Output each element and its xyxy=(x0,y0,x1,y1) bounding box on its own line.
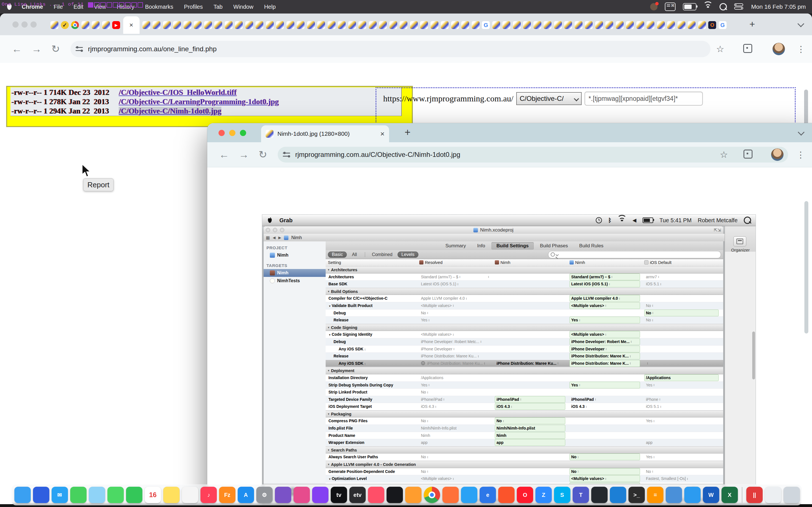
setting-row[interactable]: Wrapper Extensionappappapp xyxy=(326,439,723,446)
browser-tab[interactable] xyxy=(244,17,255,34)
setting-value-def[interactable]: Fastest, Smallest [-Os]↕ xyxy=(646,476,688,482)
browser-tab[interactable] xyxy=(450,17,460,34)
inner-url-text[interactable]: rjmprogramming.com.au/C/Objective-C/Nimh… xyxy=(295,151,460,159)
browser-tab[interactable] xyxy=(357,17,368,34)
dock-item-notes[interactable] xyxy=(163,487,180,503)
stepper-icon[interactable]: ↕ xyxy=(585,405,587,408)
stepper-icon[interactable]: ↕ xyxy=(658,275,659,278)
setting-value-res[interactable]: No↕ xyxy=(421,310,428,316)
section-header[interactable]: ▼Search Paths xyxy=(326,446,723,454)
outer-url-text[interactable]: rjmprogramming.com.au/one_line_find.php xyxy=(88,45,216,53)
spotlight-icon[interactable] xyxy=(719,3,727,10)
setting-value-def[interactable]: No↕ xyxy=(646,317,653,323)
browser-tab[interactable] xyxy=(440,17,450,34)
setting-value-def[interactable]: No↕ xyxy=(646,303,653,308)
setting-row[interactable]: iOS Deployment TargetiOS 4.3↕iOS 4.3↕iOS… xyxy=(326,403,723,410)
battery-icon[interactable] xyxy=(683,3,696,10)
browser-tab[interactable] xyxy=(615,17,625,34)
browser-tab[interactable] xyxy=(254,17,265,34)
setting-row[interactable]: Product NameNimhNimh xyxy=(326,432,723,439)
setting-value-def[interactable]: No↕ xyxy=(646,469,653,474)
setting-value-res[interactable]: No↕ xyxy=(421,418,428,424)
extensions-icon[interactable] xyxy=(743,44,752,54)
setting-row[interactable]: ReleaseYes↕Yes↕No↕ xyxy=(326,317,723,324)
stepper-icon[interactable]: ↕ xyxy=(647,362,649,365)
setting-row[interactable]: Compiler for C/C++/Objective-CApple LLVM… xyxy=(326,295,723,302)
dock-item-github[interactable] xyxy=(591,487,608,503)
menu-kebab-icon[interactable]: ⋮ xyxy=(797,150,805,160)
browser-tab[interactable] xyxy=(419,17,429,34)
dock-item-chrome[interactable] xyxy=(424,487,440,503)
stepper-icon[interactable]: ↕ xyxy=(660,405,662,408)
setting-value-tgt[interactable]: app xyxy=(497,440,504,445)
setting-value-res[interactable]: Yes↕ xyxy=(421,317,430,323)
setting-value-def[interactable]: Yes↕ xyxy=(646,454,655,460)
browser-tab[interactable] xyxy=(398,17,409,34)
stepper-icon[interactable]: ↕ xyxy=(435,405,437,408)
dock-item-edge[interactable]: e xyxy=(479,487,496,503)
dock-item-messages[interactable] xyxy=(107,487,124,503)
browser-tab[interactable] xyxy=(429,17,440,34)
setting-row[interactable]: Targeted Device FamilyiPhone/iPad↕iPhone… xyxy=(326,396,723,403)
setting-row[interactable]: Compress PNG FilesNo↕No↕Yes↕ xyxy=(326,417,723,425)
setting-value-proj[interactable]: iPhone Distribution: Maree K...↕ xyxy=(571,353,631,359)
stepper-icon[interactable]: ↕ xyxy=(605,304,607,307)
stepper-icon[interactable]: ↕ xyxy=(605,333,607,336)
dock-item-skype[interactable]: S xyxy=(554,487,570,503)
xcode-tab-summary[interactable]: Summary xyxy=(441,242,471,249)
stepper-icon[interactable]: ↕ xyxy=(453,333,454,336)
profile-avatar[interactable] xyxy=(772,43,785,55)
dock-item-excel[interactable]: X xyxy=(721,487,738,503)
reload-button[interactable]: ↻ xyxy=(259,150,267,160)
setting-row[interactable]: Strip Debug Symbols During CopyYes↕Yes↕Y… xyxy=(326,382,723,389)
stepper-icon[interactable]: ↕ xyxy=(653,383,655,386)
setting-value-res[interactable]: iPhone Distribution: Maree Ku...↕ xyxy=(421,353,479,359)
directory-select[interactable]: C/Objective-C/ xyxy=(516,92,581,105)
browser-tab[interactable] xyxy=(183,17,193,34)
dock-item-parallels[interactable]: || xyxy=(746,487,763,503)
stepper-icon[interactable]: ↕ xyxy=(477,355,479,358)
active-tab[interactable]: Nimh-1dot0.jpg (1280×800) × xyxy=(261,125,389,142)
browser-tab[interactable] xyxy=(460,17,470,34)
setting-row[interactable]: Installation Directory/Applications/Appl… xyxy=(326,374,723,382)
dock-item-calendar[interactable]: 16 xyxy=(145,487,161,503)
extensions-icon[interactable] xyxy=(744,150,753,160)
menubar-clock[interactable]: Mon 16 Feb 7:05 pm xyxy=(751,3,806,10)
dock-item-app-store[interactable]: A xyxy=(238,487,254,503)
dock-item-books[interactable] xyxy=(405,487,421,503)
close-window-button[interactable] xyxy=(12,21,18,27)
setting-value-def[interactable]: iOS 5.1↕ xyxy=(646,404,661,409)
stepper-icon[interactable]: ↕ xyxy=(659,398,661,401)
dock-item-zoom[interactable]: Z xyxy=(536,487,552,503)
column-header-nimh[interactable]: Nimh xyxy=(495,260,510,265)
stepper-icon[interactable]: ↕ xyxy=(427,455,428,459)
dock-item-dictionary[interactable] xyxy=(666,487,682,503)
sidebar-target-nimh[interactable]: Nimh xyxy=(264,269,326,277)
minimize-window-button[interactable] xyxy=(21,21,28,27)
active-tab[interactable]: × xyxy=(123,16,140,34)
stepper-icon[interactable]: ↕ xyxy=(557,362,559,365)
dock-item-opera[interactable]: O xyxy=(517,487,533,503)
disclosure-triangle-icon[interactable]: ▼ xyxy=(327,463,330,466)
setting-value-def[interactable]: app xyxy=(646,440,652,445)
stepper-icon[interactable]: ↕ xyxy=(427,311,428,314)
dock-item-stocks[interactable] xyxy=(387,487,403,503)
setting-value-res[interactable]: iPhone Developer: Robert Metc...↕ xyxy=(421,339,482,344)
setting-value-res[interactable]: −iPhone Distribution: Maree Ku...↕ xyxy=(421,360,485,366)
menu-extra-app-icon[interactable] xyxy=(650,3,658,10)
browser-tab[interactable] xyxy=(306,17,316,34)
stepper-icon[interactable]: ↕ xyxy=(427,391,428,394)
browser-tab[interactable] xyxy=(491,17,502,34)
browser-tab[interactable] xyxy=(326,17,337,34)
dock-item-system-settings[interactable]: ⚙ xyxy=(256,487,273,503)
browser-tab[interactable] xyxy=(543,17,553,34)
browser-tab[interactable] xyxy=(532,17,543,34)
dock-item-mail[interactable]: ✉ xyxy=(52,487,68,503)
dock-item-facetime[interactable] xyxy=(126,487,142,503)
setting-value-res[interactable]: iOS 4.3↕ xyxy=(421,404,437,409)
dock-item-calculator[interactable]: = xyxy=(647,487,663,503)
browser-tab[interactable] xyxy=(512,17,522,34)
column-header-nimh[interactable]: Nimh xyxy=(569,260,585,265)
setting-value-tgt[interactable]: iOS 4.3↕ xyxy=(497,404,512,409)
browser-tab[interactable] xyxy=(470,17,481,34)
